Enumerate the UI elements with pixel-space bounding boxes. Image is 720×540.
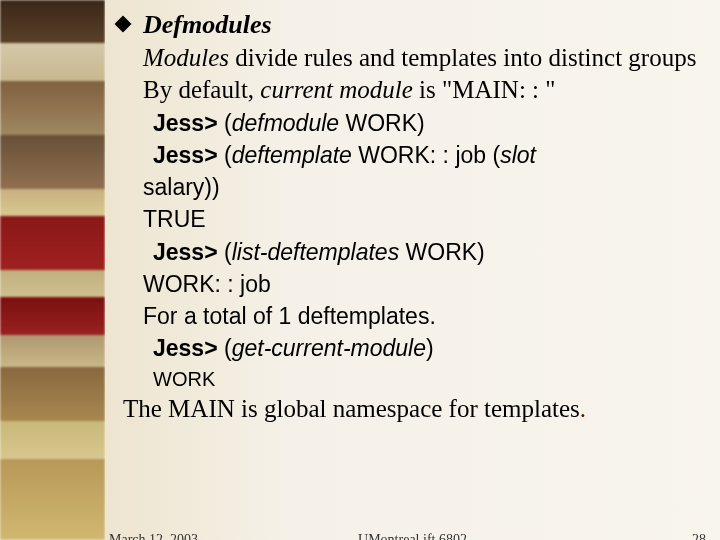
bydefault-c: is "MAIN: : " [413,76,556,103]
line-by-default: By default, current module is "MAIN: : " [143,74,700,105]
line-true: TRUE [143,203,700,234]
jess-prompt: Jess> [153,142,218,168]
line-workjob: WORK: : job [143,268,700,299]
line-modules-divide: Modules divide rules and templates into … [143,42,700,73]
cmd2-salary: salary)) [143,174,220,200]
line-salary: salary)) [143,171,700,202]
cmd1-paren: ( [218,110,232,136]
decorative-sidebar [0,0,105,540]
line-work-result: WORK [143,368,700,391]
workjob-text: WORK: : job [143,271,271,297]
closing-line: The MAIN is global namespace for templat… [115,395,700,423]
cmd1-kw: defmodule [232,110,339,136]
cmd3-kw: list-deftemplates [232,239,399,265]
cmd4-paren: ( [218,335,232,361]
cmd1-arg: WORK) [339,110,425,136]
word-modules: Modules [143,44,229,71]
line-jess-list: Jess> (list-deftemplates WORK) [143,236,700,267]
line1-rest: divide rules and templates into distinct… [229,44,696,71]
jess-prompt: Jess> [153,110,218,136]
line-jess-defmodule: Jess> (defmodule WORK) [143,107,700,138]
line-total: For a total of 1 deftemplates. [143,300,700,331]
cmd2-paren: ( [218,142,232,168]
cmd4-kw: get-current-module [232,335,426,361]
bydefault-a: By default, [143,76,260,103]
total-text: For a total of 1 deftemplates. [143,303,436,329]
bydefault-b: current module [260,76,413,103]
line-jess-getcurrent: Jess> (get-current-module) [143,332,700,363]
cmd2-arg: WORK: : job ( [352,142,500,168]
line-jess-deftemplate: Jess> (deftemplate WORK: : job (slot [143,139,700,170]
bullet-block: Defmodules Modules divide rules and temp… [115,10,700,391]
closing-text: The MAIN is global namespace for templat… [123,395,580,422]
jess-prompt: Jess> [153,239,218,265]
true-text: TRUE [143,206,206,232]
cmd2-slot: slot [500,142,536,168]
footer-center: UMontreal ift 6802 [105,532,720,540]
footer-page: 28 [692,532,706,540]
closing-dot: . [580,395,586,422]
bullet-diamond-icon [115,16,132,33]
slide-content: Defmodules Modules divide rules and temp… [105,0,720,540]
cmd4-close: ) [426,335,434,361]
cmd2-kw: deftemplate [232,142,352,168]
jess-prompt: Jess> [153,335,218,361]
cmd3-paren: ( [218,239,232,265]
cmd3-arg: WORK) [399,239,485,265]
slide-title: Defmodules [143,10,700,40]
